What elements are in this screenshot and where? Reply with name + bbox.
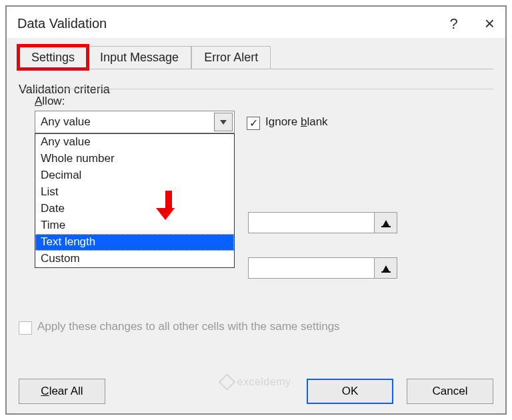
checkbox-icon xyxy=(247,117,260,130)
allow-combobox[interactable]: Any value Any value Whole number Decimal… xyxy=(35,111,235,133)
minimum-input[interactable] xyxy=(248,212,375,233)
allow-label: Allow: xyxy=(35,95,493,108)
allow-option[interactable]: Text length xyxy=(35,234,234,251)
allow-option[interactable]: Any value xyxy=(35,134,234,151)
allow-option[interactable]: List xyxy=(35,184,234,201)
cancel-button[interactable]: Cancel xyxy=(407,379,493,404)
maximum-input[interactable] xyxy=(248,257,375,279)
allow-value: Any value xyxy=(35,115,213,129)
apply-label: Apply these changes to all other cells w… xyxy=(37,320,340,333)
dialog-title: Data Validation xyxy=(17,16,107,31)
allow-option[interactable]: Time xyxy=(35,217,234,234)
help-icon[interactable]: ? xyxy=(450,15,458,33)
refedit-icon[interactable] xyxy=(375,257,397,279)
allow-dropdown[interactable]: Any value Whole number Decimal List Date… xyxy=(35,133,235,268)
close-icon[interactable]: × xyxy=(485,13,495,34)
dialog-buttons: Clear All OK Cancel xyxy=(19,371,493,404)
ok-button[interactable]: OK xyxy=(307,379,393,404)
tab-error-alert[interactable]: Error Alert xyxy=(191,46,271,69)
tab-content: Validation criteria Allow: Any value Any… xyxy=(19,69,493,371)
allow-option[interactable]: Custom xyxy=(35,251,234,267)
allow-option[interactable]: Date xyxy=(35,201,234,217)
checkbox-icon xyxy=(19,321,32,335)
chevron-down-icon[interactable] xyxy=(214,113,233,131)
tabstrip: Settings Input Message Error Alert xyxy=(19,46,493,69)
apply-to-others-checkbox: Apply these changes to all other cells w… xyxy=(19,320,493,333)
ignore-blank-checkbox[interactable]: Ignore blank xyxy=(247,115,328,129)
allow-option[interactable]: Whole number xyxy=(35,151,234,167)
data-validation-dialog: Data Validation ? × Settings Input Messa… xyxy=(5,5,507,415)
clear-all-button[interactable]: Clear All xyxy=(19,379,105,404)
tab-input-message[interactable]: Input Message xyxy=(87,46,191,69)
titlebar: Data Validation ? × xyxy=(7,7,505,38)
allow-option[interactable]: Decimal xyxy=(35,167,234,184)
refedit-icon[interactable] xyxy=(375,212,397,233)
tab-settings[interactable]: Settings xyxy=(19,46,87,69)
